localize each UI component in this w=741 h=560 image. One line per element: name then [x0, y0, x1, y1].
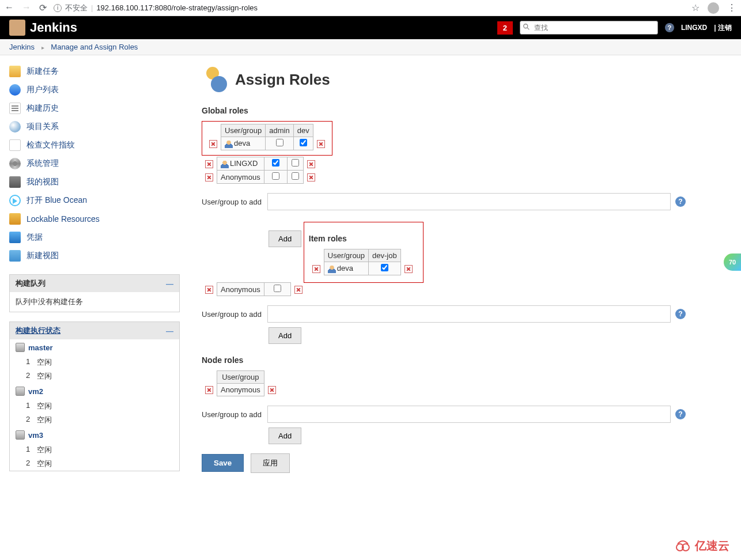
reload-icon[interactable]: ⟳ [39, 2, 47, 13]
delete-icon[interactable] [404, 265, 413, 273]
menu-icon[interactable]: ⋮ [727, 2, 736, 13]
executor-slot: 1空闲 [10, 399, 179, 413]
delete-icon[interactable] [294, 286, 303, 294]
sidebar-item[interactable]: 检查文件指纹 [9, 136, 184, 154]
delete-icon[interactable] [307, 173, 315, 181]
queue-empty-text: 队列中没有构建任务 [10, 292, 179, 312]
role-checkbox-dev[interactable] [292, 159, 299, 167]
node-link[interactable]: vm3 [28, 431, 43, 440]
sidebar-item[interactable]: 新建视图 [9, 247, 184, 265]
search-input[interactable] [520, 21, 658, 35]
sidebar-item[interactable]: 打开 Blue Ocean [9, 191, 184, 210]
role-checkbox-dev[interactable] [292, 172, 299, 180]
site-info-icon[interactable]: i [54, 4, 62, 12]
add-user-label: User/group to add [202, 410, 263, 419]
jenkins-header: Jenkins 2 ? LINGXD | 注销 [0, 16, 741, 39]
sidebar-item-label: 构建历史 [27, 103, 59, 113]
col-header: User/group [221, 124, 266, 137]
node-link[interactable]: vm2 [28, 387, 43, 396]
search-icon [9, 121, 21, 133]
bookmark-icon[interactable]: ☆ [691, 2, 700, 13]
col-header: User/group [217, 371, 264, 384]
sidebar-item[interactable]: Lockable Resources [9, 210, 184, 228]
table-row: deva [206, 137, 328, 150]
user-link[interactable]: LINGXD [681, 24, 707, 32]
help-icon[interactable]: ? [675, 309, 686, 319]
table-row: Anonymous [202, 384, 279, 396]
sidebar-item[interactable]: 构建历史 [9, 99, 184, 118]
user-icon [221, 160, 229, 168]
notification-badge[interactable]: 2 [497, 21, 513, 35]
lock-icon [9, 213, 21, 225]
delete-icon[interactable] [317, 140, 325, 148]
delete-icon[interactable] [307, 160, 315, 168]
delete-icon[interactable] [205, 173, 213, 181]
item-roles-table: User/group dev-job deva [309, 249, 416, 275]
help-icon[interactable]: ? [665, 23, 674, 32]
add-button-global[interactable]: Add [269, 230, 301, 247]
sidebar-item[interactable]: 系统管理 [9, 154, 184, 173]
add-user-input-node[interactable] [267, 406, 671, 423]
save-button[interactable]: Save [202, 454, 244, 472]
jenkins-logo-icon[interactable] [9, 20, 25, 36]
logout-link[interactable]: | 注销 [714, 23, 732, 33]
add-button-node[interactable]: Add [269, 427, 301, 444]
add-user-input-item[interactable] [267, 305, 671, 323]
brand-text[interactable]: Jenkins [30, 20, 77, 35]
delete-icon[interactable] [268, 386, 276, 394]
role-checkbox-admin[interactable] [272, 159, 279, 167]
collapse-icon[interactable]: — [166, 327, 173, 335]
node-link[interactable]: master [28, 343, 53, 352]
breadcrumb-item[interactable]: Manage and Assign Roles [51, 43, 138, 51]
sidebar-item-label: 新建任务 [27, 66, 59, 77]
profile-icon[interactable] [708, 2, 719, 14]
help-icon[interactable]: ? [675, 196, 686, 207]
collapse-icon[interactable]: — [166, 279, 173, 288]
sidebar-item[interactable]: 凭据 [9, 228, 184, 247]
cred-icon [9, 232, 21, 243]
browser-toolbar: ← → ⟳ i 不安全 | 192.168.100.117:8080/role-… [0, 0, 741, 16]
user-icon [225, 140, 233, 148]
panel-title: 构建队列 [16, 278, 46, 289]
breadcrumb-item[interactable]: Jenkins [9, 43, 35, 51]
sidebar-item-label: 凭据 [27, 232, 43, 243]
delete-icon[interactable] [205, 286, 213, 294]
back-icon[interactable]: ← [5, 2, 14, 13]
ocean-icon [9, 195, 21, 206]
role-checkbox-admin[interactable] [276, 139, 283, 146]
global-roles-highlight: User/group admin dev deva [202, 121, 332, 156]
panel-title[interactable]: 构建执行状态 [16, 326, 61, 336]
delete-icon[interactable] [209, 140, 217, 148]
role-checkbox-dev[interactable] [300, 139, 307, 146]
add-button-item[interactable]: Add [269, 327, 301, 344]
delete-icon[interactable] [312, 265, 320, 273]
sidebar-item-label: 用户列表 [27, 85, 59, 95]
executor-panel: 构建执行状态 — master1空闲2空闲vm21空闲2空闲vm31空闲2空闲 [9, 321, 180, 471]
sidebar-item[interactable]: 项目关系 [9, 118, 184, 136]
address-url[interactable]: 192.168.100.117:8080/role-strategy/assig… [96, 3, 258, 12]
delete-icon[interactable] [205, 386, 213, 394]
sidebar-item[interactable]: 新建任务 [9, 62, 184, 81]
computer-icon [16, 430, 25, 440]
help-icon[interactable]: ? [675, 409, 686, 419]
insecure-label: 不安全 [65, 3, 88, 13]
role-checkbox-admin[interactable] [272, 172, 279, 180]
col-header: dev-job [369, 249, 401, 262]
sidebar-item-label: 项目关系 [27, 122, 59, 132]
node-roles-table: User/group Anonymous [202, 370, 279, 396]
sidebar-item-label: 检查文件指纹 [27, 140, 75, 150]
executor-slot: 1空闲 [10, 443, 179, 457]
sidebar-item[interactable]: 我的视图 [9, 173, 184, 191]
sidebar-item[interactable]: 用户列表 [9, 81, 184, 99]
executor-node: vm3 [10, 427, 179, 443]
page-title: Assign Roles [235, 71, 330, 89]
breadcrumb: Jenkins ▸ Manage and Assign Roles [0, 39, 741, 55]
apply-button[interactable]: 应用 [251, 453, 290, 473]
delete-icon[interactable] [205, 160, 213, 168]
add-user-input-global[interactable] [267, 193, 671, 210]
floating-badge[interactable]: 70 [724, 253, 741, 271]
role-checkbox-devjob[interactable] [274, 285, 281, 292]
forward-icon[interactable]: → [22, 2, 31, 13]
role-checkbox-devjob[interactable] [381, 264, 388, 271]
sidebar-item-label: 新建视图 [27, 251, 59, 261]
